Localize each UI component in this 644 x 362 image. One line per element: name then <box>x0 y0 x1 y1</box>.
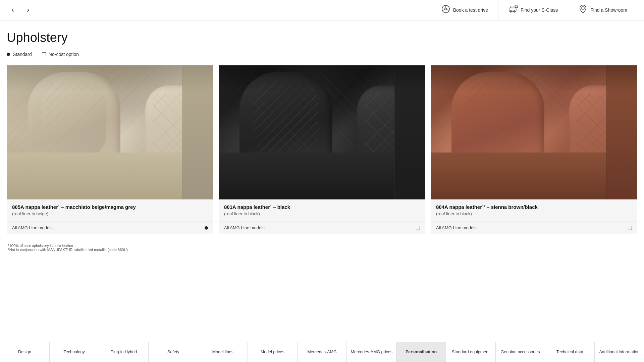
card-info-805A: 805A nappa leather¹ – macchiato beige/ma… <box>7 199 213 220</box>
find-s-class-action[interactable]: Find your S-Class <box>498 0 568 20</box>
svg-line-9 <box>517 7 518 8</box>
card-footer-805A: All AMG Line models <box>7 222 213 234</box>
nav-personalisation[interactable]: Personalisation <box>396 342 446 362</box>
quilt-brown-1 <box>465 81 530 157</box>
test-drive-action[interactable]: Book a test drive <box>431 0 498 20</box>
svg-point-10 <box>582 7 584 9</box>
nav-technology[interactable]: Technology <box>50 342 99 362</box>
card-footer-text-801A: All AMG Line models <box>224 225 265 230</box>
car-search-icon <box>508 4 518 16</box>
card-info-801A: 801A nappa leather¹ – black (roof liner … <box>219 199 425 220</box>
seat-texture-black-1 <box>253 81 318 157</box>
find-showroom-action[interactable]: Find a Showroom <box>568 0 637 20</box>
svg-line-4 <box>447 10 449 11</box>
find-s-class-label: Find your S-Class <box>521 7 558 13</box>
interior-sim-brown <box>431 65 637 199</box>
nav-model-lines[interactable]: Model lines <box>198 342 248 362</box>
indicator-square-804A <box>628 226 632 230</box>
nav-mercedes-amg-prices[interactable]: Mercedes-AMG prices <box>347 342 396 362</box>
svg-point-8 <box>515 5 518 8</box>
indicator-dot-805A <box>205 226 208 230</box>
card-image-brown <box>431 65 637 199</box>
location-pin-icon <box>578 4 588 16</box>
footnotes: ¹100% of seat upholstery is pure leather… <box>7 244 637 252</box>
no-cost-square-icon <box>42 52 46 56</box>
svg-line-3 <box>442 10 445 11</box>
header-actions: Book a test drive Find your S-Class <box>431 0 637 20</box>
legend-no-cost-label: No-cost option <box>49 52 79 57</box>
nav-plug-in-hybrid[interactable]: Plug-in Hybrid <box>99 342 149 362</box>
svg-point-1 <box>445 8 447 10</box>
standard-dot-icon <box>7 53 10 56</box>
card-subtitle-801A: (roof liner in black) <box>224 211 420 216</box>
bottom-nav: Design Technology Plug-in Hybrid Safety … <box>0 342 644 362</box>
quilt-black-1 <box>253 81 318 157</box>
legend-standard-label: Standard <box>13 52 32 57</box>
nav-safety[interactable]: Safety <box>149 342 198 362</box>
brown-image <box>431 65 637 199</box>
card-801A: 801A nappa leather¹ – black (roof liner … <box>219 65 425 234</box>
card-footer-801A: All AMG Line models <box>219 222 425 234</box>
interior-sim-black <box>219 65 425 199</box>
card-title-805A: 805A nappa leather¹ – macchiato beige/ma… <box>12 204 208 210</box>
dash-brown <box>431 65 637 92</box>
page-title: Upholstery <box>7 31 637 45</box>
card-image-black <box>219 65 425 199</box>
card-subtitle-805A: (roof liner in beige) <box>12 211 208 216</box>
seat-texture-brown-1 <box>465 81 530 157</box>
next-button[interactable]: › <box>22 4 34 16</box>
beige-image <box>7 65 213 199</box>
dash-beige <box>7 65 213 92</box>
card-subtitle-804A: (roof liner in black) <box>436 211 632 216</box>
card-805A: 805A nappa leather¹ – macchiato beige/ma… <box>7 65 213 234</box>
footnote-2: ²Not in conjunction with MANUFAKTUR rube… <box>8 248 636 252</box>
card-title-804A: 804A nappa leather¹² – sienna brown/blac… <box>436 204 632 210</box>
card-info-804A: 804A nappa leather¹² – sienna brown/blac… <box>431 199 637 220</box>
dash-black <box>219 65 425 92</box>
nav-design[interactable]: Design <box>0 342 50 362</box>
test-drive-label: Book a test drive <box>453 7 488 13</box>
nav-genuine-accessories[interactable]: Genuine accessories <box>496 342 545 362</box>
legend-standard: Standard <box>7 52 32 57</box>
footnote-1: ¹100% of seat upholstery is pure leather <box>8 244 636 248</box>
card-footer-text-805A: All AMG Line models <box>12 225 53 230</box>
interior-sim-beige <box>7 65 213 199</box>
legend: Standard No-cost option <box>7 52 637 57</box>
quilt-1 <box>41 81 106 157</box>
cards-grid: 805A nappa leather¹ – macchiato beige/ma… <box>7 65 637 234</box>
prev-button[interactable]: ‹ <box>7 4 19 16</box>
card-footer-text-804A: All AMG Line models <box>436 225 477 230</box>
card-footer-804A: All AMG Line models <box>431 222 637 234</box>
steering-wheel-icon <box>441 4 450 16</box>
header: ‹ › Book a test drive <box>0 0 644 20</box>
main-content: Upholstery Standard No-cost option <box>0 20 644 265</box>
nav-model-prices[interactable]: Model prices <box>248 342 298 362</box>
nav-standard-equipment[interactable]: Standard equipment <box>446 342 496 362</box>
indicator-square-801A <box>416 226 420 230</box>
card-image-beige <box>7 65 213 199</box>
card-804A: 804A nappa leather¹² – sienna brown/blac… <box>431 65 637 234</box>
black-image <box>219 65 425 199</box>
nav-additional-information[interactable]: Additional information <box>595 342 644 362</box>
nav-arrows: ‹ › <box>7 4 34 16</box>
nav-mercedes-amg[interactable]: Mercedes-AMG <box>298 342 347 362</box>
seat-texture-1 <box>41 81 106 157</box>
find-showroom-label: Find a Showroom <box>590 7 627 13</box>
legend-no-cost: No-cost option <box>42 52 79 57</box>
card-title-801A: 801A nappa leather¹ – black <box>224 204 420 210</box>
nav-technical-data[interactable]: Technical data <box>545 342 595 362</box>
